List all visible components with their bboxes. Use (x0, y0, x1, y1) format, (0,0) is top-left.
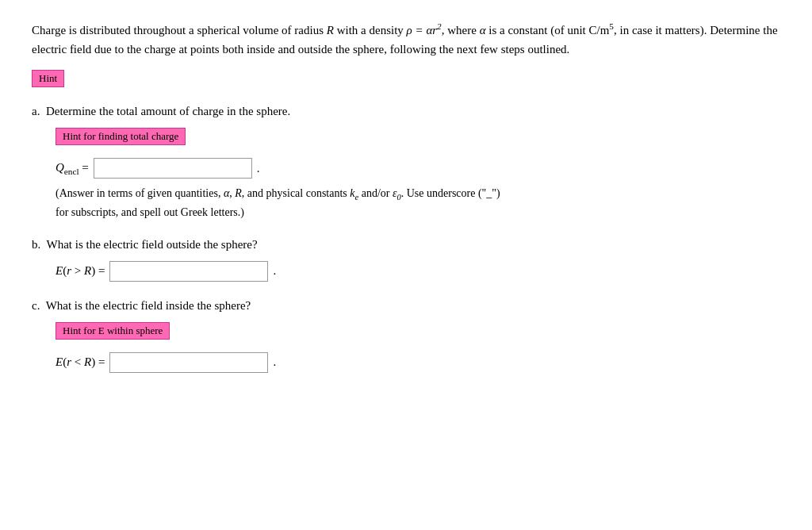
part-a-dot: . (257, 162, 260, 175)
part-b: b. What is the electric field outside th… (32, 238, 780, 282)
part-c-hint-row: Hint for E within sphere (56, 319, 780, 343)
part-a-input-row: Qencl = . (56, 158, 780, 179)
part-c-label: c. What is the electric field inside the… (32, 299, 780, 313)
part-a-input-label: Qencl = (56, 161, 89, 176)
problem-intro: Charge is distributed throughout a spher… (32, 19, 780, 59)
part-c-input-label: E(r < R) = (56, 355, 105, 369)
part-c-input-row: E(r < R) = . (56, 352, 780, 373)
part-a-note: (Answer in terms of given quantities, α,… (56, 185, 780, 221)
parts-section: a. Determine the total amount of charge … (32, 105, 780, 373)
part-a-input[interactable] (94, 158, 252, 179)
problem-container: Charge is distributed throughout a spher… (32, 19, 780, 373)
part-b-input-row: E(r > R) = . (56, 261, 780, 282)
part-b-input-label: E(r > R) = (56, 264, 105, 278)
main-hint-button[interactable]: Hint (32, 70, 64, 87)
part-a: a. Determine the total amount of charge … (32, 105, 780, 221)
part-a-hint-row: Hint for finding total charge (56, 125, 780, 148)
part-c-dot: . (273, 355, 276, 369)
part-b-input[interactable] (109, 261, 268, 282)
part-a-label: a. Determine the total amount of charge … (32, 105, 780, 118)
part-b-label: b. What is the electric field outside th… (32, 238, 780, 252)
part-a-hint-button[interactable]: Hint for finding total charge (56, 128, 186, 145)
part-c: c. What is the electric field inside the… (32, 299, 780, 373)
part-c-hint-button[interactable]: Hint for E within sphere (56, 322, 170, 340)
part-b-dot: . (273, 264, 276, 278)
part-c-input[interactable] (109, 352, 268, 373)
